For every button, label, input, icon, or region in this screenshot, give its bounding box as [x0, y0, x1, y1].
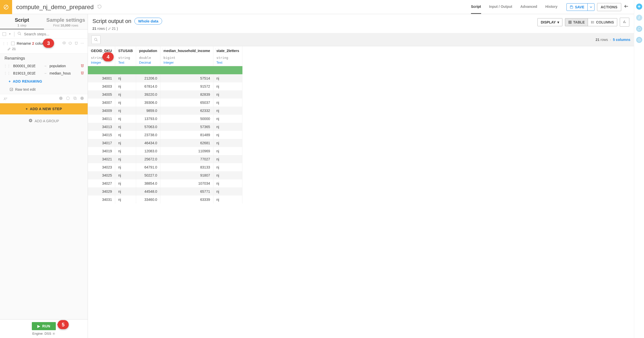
table-row[interactable]: 34015nj23738.081489nj	[88, 131, 242, 139]
table-cell[interactable]: 34031	[88, 196, 115, 204]
add-new-step-button[interactable]: + ADD A NEW STEP	[0, 103, 88, 114]
table-cell[interactable]: 34029	[88, 187, 115, 196]
table-cell[interactable]: 34007	[88, 99, 115, 107]
table-row[interactable]: 34031nj33460.063339nj	[88, 196, 242, 204]
table-cell[interactable]: 50000	[160, 115, 213, 123]
trash-icon[interactable]	[81, 71, 84, 75]
table-cell[interactable]: 65771	[160, 187, 213, 196]
table-row[interactable]: 34017nj46434.062681nj	[88, 139, 242, 147]
table-cell[interactable]: nj	[213, 115, 242, 123]
column-header[interactable]: ⋮⋮⋮⋮GEOID_DKUstringInteger4	[88, 46, 115, 66]
column-meaning[interactable]: Decimal	[139, 61, 157, 64]
raw-text-edit[interactable]: Raw text edit	[0, 85, 88, 94]
rail-add-button[interactable]: +	[636, 4, 642, 10]
table-cell[interactable]: 34013	[88, 123, 115, 131]
table-row[interactable]: 34007nj39306.065037nj	[88, 99, 242, 107]
table-cell[interactable]: 34027	[88, 179, 115, 187]
add-renaming-button[interactable]: + ADD RENAMING	[0, 77, 88, 85]
table-cell[interactable]: nj	[115, 163, 136, 171]
table-cell[interactable]: 34003	[88, 82, 115, 90]
drag-icon[interactable]: ⋮⋮⋮⋮	[214, 49, 220, 52]
rename-from[interactable]: B00001_001E	[13, 64, 41, 68]
table-cell[interactable]: nj	[213, 196, 242, 204]
search-input[interactable]	[24, 32, 85, 36]
sample-chip[interactable]: Whole data	[134, 18, 162, 25]
seg-table[interactable]: TABLE	[565, 18, 588, 26]
table-cell[interactable]: 34021	[88, 155, 115, 163]
drag-icon[interactable]: ⋮⋮	[4, 71, 11, 75]
trash-icon[interactable]	[81, 64, 84, 68]
drag-icon[interactable]: ⋮⋮⋮⋮	[89, 49, 94, 52]
table-cell[interactable]: nj	[115, 171, 136, 179]
engine-text[interactable]: Engine: DSS	[32, 332, 55, 335]
table-cell[interactable]: nj	[115, 74, 136, 82]
table-cell[interactable]: nj	[115, 99, 136, 107]
rail-info-button[interactable]: i	[636, 15, 642, 21]
tab-script[interactable]: Script	[471, 0, 481, 14]
table-cell[interactable]: nj	[213, 155, 242, 163]
table-cell[interactable]: 110969	[160, 147, 213, 155]
table-row[interactable]: 34025nj50227.091807nj	[88, 171, 242, 179]
table-cell[interactable]: 91807	[160, 171, 213, 179]
table-cell[interactable]: 83133	[160, 163, 213, 171]
table-cell[interactable]: nj	[115, 107, 136, 115]
seg-columns[interactable]: COLUMNS	[588, 18, 617, 26]
run-button[interactable]: ▶ RUN	[32, 322, 56, 330]
table-cell[interactable]: nj	[115, 179, 136, 187]
table-cell[interactable]: nj	[213, 171, 242, 179]
table-cell[interactable]: 64791.0	[136, 163, 160, 171]
table-cell[interactable]: 65037	[160, 99, 213, 107]
table-cell[interactable]: nj	[213, 163, 242, 171]
copy-icon[interactable]	[73, 96, 77, 101]
rail-discussion-button[interactable]	[636, 26, 642, 32]
table-cell[interactable]: 82839	[160, 90, 213, 99]
rename-to[interactable]: median_hous	[49, 71, 78, 75]
tab-input-output[interactable]: Input / Output	[489, 0, 512, 14]
table-cell[interactable]: 50227.0	[136, 171, 160, 179]
formula-icon[interactable]: X²	[4, 97, 7, 101]
table-cell[interactable]: nj	[115, 123, 136, 131]
drag-icon[interactable]: ⋮⋮	[2, 41, 9, 45]
table-row[interactable]: 34005nj39220.082839nj	[88, 90, 242, 99]
table-cell[interactable]: 34023	[88, 163, 115, 171]
table-cell[interactable]: nj	[115, 196, 136, 204]
select-dropdown-icon[interactable]: ▼	[9, 33, 11, 35]
table-row[interactable]: 34019nj12083.0110969nj	[88, 147, 242, 155]
table-cell[interactable]: nj	[115, 82, 136, 90]
table-cell[interactable]: 63339	[160, 196, 213, 204]
rail-history-button[interactable]	[636, 37, 642, 43]
table-row[interactable]: 34003nj67814.091572nj	[88, 82, 242, 90]
table-cell[interactable]: nj	[213, 90, 242, 99]
drag-icon[interactable]: ⋮⋮⋮⋮	[116, 49, 121, 52]
table-cell[interactable]: nj	[213, 147, 242, 155]
table-cell[interactable]: 57063.0	[136, 123, 160, 131]
save-dropdown[interactable]	[587, 4, 594, 11]
sidebar-tab-sample[interactable]: Sample settings First 10,000 rows	[44, 14, 88, 29]
table-cell[interactable]: nj	[213, 123, 242, 131]
tab-advanced[interactable]: Advanced	[520, 0, 537, 14]
table-row[interactable]: 34013nj57063.057365nj	[88, 123, 242, 131]
step-card[interactable]: 3 ⋮⋮ Rename 2 columns ⋯	[0, 39, 88, 54]
data-table-wrap[interactable]: ⋮⋮⋮⋮GEOID_DKUstringInteger4⋮⋮⋮⋮STUSABstr…	[88, 46, 634, 338]
save-button[interactable]: SAVE	[567, 4, 587, 11]
more-icon[interactable]: ⋯	[81, 41, 84, 45]
table-cell[interactable]: 44548.0	[136, 187, 160, 196]
table-cell[interactable]: nj	[115, 139, 136, 147]
step-checkbox[interactable]	[11, 42, 15, 45]
table-row[interactable]: 34029nj44548.065771nj	[88, 187, 242, 196]
table-cell[interactable]: nj	[213, 99, 242, 107]
rename-to[interactable]: population	[49, 64, 78, 68]
table-cell[interactable]: 62681	[160, 139, 213, 147]
table-cell[interactable]: nj	[115, 147, 136, 155]
back-arrow-icon[interactable]	[624, 4, 629, 10]
table-cell[interactable]: 77027	[160, 155, 213, 163]
table-cell[interactable]: 34015	[88, 131, 115, 139]
table-cell[interactable]: 34019	[88, 147, 115, 155]
drag-icon[interactable]: ⋮⋮⋮⋮	[161, 49, 167, 52]
table-row[interactable]: 34023nj64791.083133nj	[88, 163, 242, 171]
table-cell[interactable]: nj	[213, 179, 242, 187]
table-cell[interactable]: 39306.0	[136, 99, 160, 107]
column-header[interactable]: ⋮⋮⋮⋮STUSABstringText	[115, 46, 136, 66]
table-cell[interactable]: 62332	[160, 107, 213, 115]
app-logo[interactable]	[0, 0, 12, 14]
